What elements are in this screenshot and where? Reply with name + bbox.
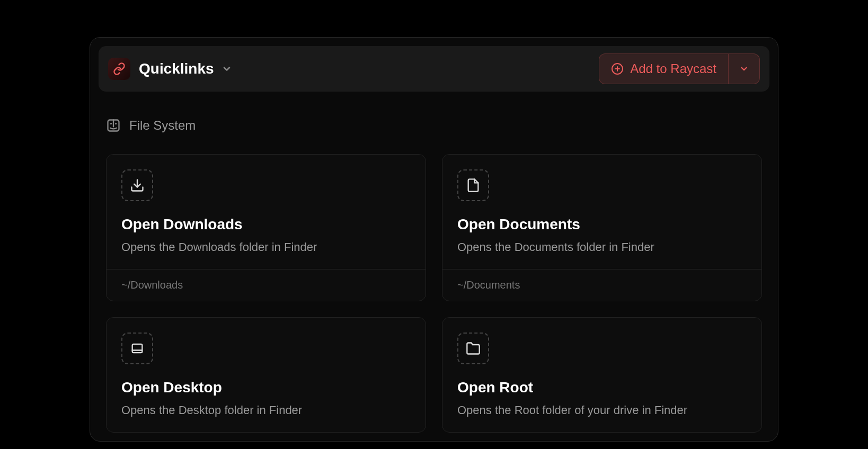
document-icon [466,178,481,193]
card-title: Open Desktop [121,379,411,396]
cards-grid: Open Downloads Opens the Downloads folde… [106,154,762,433]
chevron-down-icon [739,64,749,74]
folder-icon [466,341,481,356]
app-icon [108,58,130,80]
card-body: Open Downloads Opens the Downloads folde… [107,155,426,269]
chevron-down-icon [222,64,232,74]
app-title: Quicklinks [139,60,214,77]
section-title: File System [129,118,196,133]
title-dropdown[interactable]: Quicklinks [139,60,232,77]
section-header: File System [106,118,762,133]
header-bar: Quicklinks Add to Raycast [99,46,769,92]
card-body: Open Desktop Opens the Desktop folder in… [107,318,426,432]
add-dropdown-button[interactable] [728,54,759,84]
link-icon [113,62,126,75]
add-button-label: Add to Raycast [630,61,716,76]
card-body: Open Documents Opens the Documents folde… [442,155,761,269]
app-window: Quicklinks Add to Raycast [90,37,778,442]
card-title: Open Root [457,379,747,396]
add-to-raycast-button[interactable]: Add to Raycast [599,54,728,84]
plus-circle-icon [611,62,624,75]
card-icon-box [457,333,489,364]
content-area: File System Open Downloads Opens the Dow… [99,92,769,433]
card-body: Open Root Opens the Root folder of your … [442,318,761,432]
desktop-icon [130,341,145,356]
quicklink-card-root[interactable]: Open Root Opens the Root folder of your … [442,317,762,433]
card-path: ~/Downloads [107,269,426,301]
svg-point-6 [116,123,116,124]
card-description: Opens the Desktop folder in Finder [121,403,411,417]
download-icon [130,178,145,193]
card-icon-box [121,333,153,364]
card-description: Opens the Root folder of your drive in F… [457,403,747,417]
card-icon-box [121,169,153,201]
card-title: Open Downloads [121,216,411,233]
card-icon-box [457,169,489,201]
svg-point-5 [111,123,111,124]
card-description: Opens the Downloads folder in Finder [121,240,411,254]
quicklink-card-desktop[interactable]: Open Desktop Opens the Desktop folder in… [106,317,426,433]
card-path: ~/Documents [442,269,761,301]
add-button-group: Add to Raycast [599,53,760,84]
finder-icon [106,118,121,133]
card-title: Open Documents [457,216,747,233]
card-description: Opens the Documents folder in Finder [457,240,747,254]
svg-rect-8 [132,344,143,353]
header-left-group: Quicklinks [108,58,232,80]
quicklink-card-downloads[interactable]: Open Downloads Opens the Downloads folde… [106,154,426,301]
quicklink-card-documents[interactable]: Open Documents Opens the Documents folde… [442,154,762,301]
